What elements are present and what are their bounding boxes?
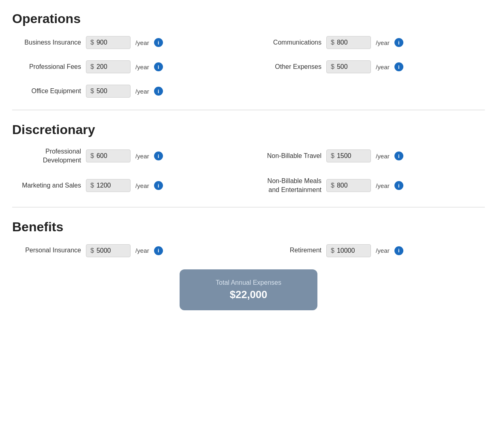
marketing-and-sales-label: Marketing and Sales xyxy=(12,181,81,190)
other-expenses-input[interactable] xyxy=(337,63,365,70)
other-expenses-year: /year xyxy=(376,64,390,70)
marketing-and-sales-input[interactable] xyxy=(96,182,125,189)
personal-insurance-label: Personal Insurance xyxy=(12,246,81,255)
field-office-equipment: Office Equipment $ /year i xyxy=(12,85,244,98)
office-equipment-info-icon[interactable]: i xyxy=(154,87,163,96)
non-billable-meals-input[interactable] xyxy=(337,182,365,189)
benefits-title: Benefits xyxy=(12,220,485,235)
operations-grid: Business Insurance $ /year i Communicati… xyxy=(12,36,485,98)
professional-fees-label: Professional Fees xyxy=(12,63,81,71)
field-professional-fees: Professional Fees $ /year i xyxy=(12,60,244,73)
field-business-insurance: Business Insurance $ /year i xyxy=(12,36,244,49)
professional-development-input[interactable] xyxy=(96,152,125,160)
operations-title: Operations xyxy=(12,11,485,26)
field-personal-insurance: Personal Insurance $ /year i xyxy=(12,244,244,257)
personal-insurance-input[interactable] xyxy=(96,247,125,254)
communications-input[interactable] xyxy=(337,39,365,46)
retirement-label: Retirement xyxy=(253,246,321,255)
non-billable-travel-input-wrapper: $ xyxy=(326,149,371,162)
non-billable-travel-input[interactable] xyxy=(337,152,365,160)
professional-development-input-wrapper: $ xyxy=(86,149,131,162)
retirement-year: /year xyxy=(376,247,390,254)
dollar-sign: $ xyxy=(331,152,334,160)
professional-development-year: /year xyxy=(135,153,149,160)
field-marketing-and-sales: Marketing and Sales $ /year i xyxy=(12,177,244,195)
marketing-and-sales-input-wrapper: $ xyxy=(86,179,131,192)
field-communications: Communications $ /year i xyxy=(253,36,485,49)
retirement-input-wrapper: $ xyxy=(326,244,371,257)
field-other-expenses: Other Expenses $ /year i xyxy=(253,60,485,73)
dollar-sign: $ xyxy=(90,247,94,254)
personal-insurance-year: /year xyxy=(135,247,149,254)
discretionary-title: Discretionary xyxy=(12,122,485,137)
professional-fees-input[interactable] xyxy=(96,63,125,70)
personal-insurance-info-icon[interactable]: i xyxy=(154,246,163,255)
communications-info-icon[interactable]: i xyxy=(394,38,403,47)
professional-development-info-icon[interactable]: i xyxy=(154,151,163,160)
non-billable-travel-info-icon[interactable]: i xyxy=(394,151,403,160)
non-billable-meals-info-icon[interactable]: i xyxy=(394,181,403,190)
discretionary-grid: ProfessionalDevelopment $ /year i Non-Bi… xyxy=(12,147,485,195)
dollar-sign: $ xyxy=(90,63,94,70)
field-non-billable-travel: Non-Billable Travel $ /year i xyxy=(253,147,485,165)
marketing-and-sales-info-icon[interactable]: i xyxy=(154,181,163,190)
non-billable-meals-label: Non-Billable Mealsand Entertainment xyxy=(253,177,321,195)
marketing-and-sales-year: /year xyxy=(135,182,149,189)
professional-fees-input-wrapper: $ xyxy=(86,60,131,73)
field-retirement: Retirement $ /year i xyxy=(253,244,485,257)
personal-insurance-input-wrapper: $ xyxy=(86,244,131,257)
dollar-sign: $ xyxy=(331,182,334,189)
office-equipment-year: /year xyxy=(135,88,149,95)
professional-fees-info-icon[interactable]: i xyxy=(154,62,163,71)
field-professional-development: ProfessionalDevelopment $ /year i xyxy=(12,147,244,165)
non-billable-meals-input-wrapper: $ xyxy=(326,179,371,192)
other-expenses-input-wrapper: $ xyxy=(326,60,371,73)
communications-year: /year xyxy=(376,39,390,46)
other-expenses-label: Other Expenses xyxy=(253,63,321,71)
divider-2 xyxy=(12,207,485,207)
professional-fees-year: /year xyxy=(135,64,149,70)
dollar-sign: $ xyxy=(331,247,334,254)
business-insurance-year: /year xyxy=(135,39,149,46)
dollar-sign: $ xyxy=(331,39,334,46)
retirement-input[interactable] xyxy=(337,247,365,254)
retirement-info-icon[interactable]: i xyxy=(394,246,403,255)
non-billable-meals-year: /year xyxy=(376,182,390,189)
dollar-sign: $ xyxy=(90,152,94,160)
communications-input-wrapper: $ xyxy=(326,36,371,49)
total-annual-expenses-box: Total Annual Expenses $22,000 xyxy=(180,269,317,310)
empty-cell-operations xyxy=(253,85,485,98)
dollar-sign: $ xyxy=(90,39,94,46)
field-non-billable-meals: Non-Billable Mealsand Entertainment $ /y… xyxy=(253,177,485,195)
professional-development-label: ProfessionalDevelopment xyxy=(12,147,81,165)
non-billable-travel-year: /year xyxy=(376,153,390,160)
office-equipment-input[interactable] xyxy=(96,87,125,95)
business-insurance-input-wrapper: $ xyxy=(86,36,131,49)
office-equipment-input-wrapper: $ xyxy=(86,85,131,98)
divider-1 xyxy=(12,110,485,110)
total-value: $22,000 xyxy=(230,289,268,301)
other-expenses-info-icon[interactable]: i xyxy=(394,62,403,71)
total-label: Total Annual Expenses xyxy=(216,279,281,286)
business-insurance-input[interactable] xyxy=(96,39,125,46)
non-billable-travel-label: Non-Billable Travel xyxy=(253,152,321,160)
communications-label: Communications xyxy=(253,38,321,47)
office-equipment-label: Office Equipment xyxy=(12,87,81,96)
dollar-sign: $ xyxy=(331,63,334,70)
business-insurance-label: Business Insurance xyxy=(12,38,81,47)
benefits-grid: Personal Insurance $ /year i Retirement … xyxy=(12,244,485,257)
dollar-sign: $ xyxy=(90,87,94,95)
business-insurance-info-icon[interactable]: i xyxy=(154,38,163,47)
dollar-sign: $ xyxy=(90,182,94,189)
